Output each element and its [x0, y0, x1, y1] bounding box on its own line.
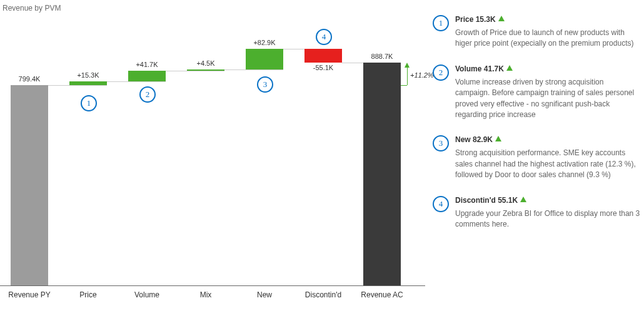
comment-head: Discontin'd 55.1K [455, 196, 518, 205]
comment-head: Price 15.3K [455, 15, 496, 24]
bar [246, 49, 283, 69]
comment-4: 4 Discontin'd 55.1K Upgrade your Zebra B… [433, 196, 640, 230]
comment-number: 4 [433, 196, 449, 212]
value-label: +15.3K [59, 71, 118, 79]
callout-3: 3 [257, 76, 273, 93]
value-label: 888.7K [353, 53, 411, 60]
up-arrow-icon [495, 136, 501, 141]
callout-2: 2 [139, 86, 156, 103]
value-label: +4.5K [176, 59, 235, 67]
category-label: Discontin'd [294, 290, 353, 299]
connector [48, 85, 107, 86]
bar [187, 69, 224, 71]
bar [69, 81, 107, 85]
value-label: -55.1K [294, 64, 353, 71]
category-label: Price [59, 290, 118, 299]
bar [304, 49, 342, 63]
category-label: Volume [118, 290, 176, 299]
connector [107, 81, 166, 82]
comment-2: 2 Volume 41.7K Volume increase driven by… [433, 64, 640, 121]
comment-3: 3 New 82.9K Strong acquisition performan… [433, 135, 640, 180]
up-arrow-icon [498, 16, 505, 21]
comment-body: Volume increase driven by strong acquisi… [455, 77, 640, 121]
category-label: Mix [176, 290, 235, 299]
plot-area: 799.4K +15.3K +41.7K +4.5K +82.9K -55.1K [0, 23, 425, 292]
value-label: 799.4K [0, 75, 59, 83]
pct-arrow-up-icon [405, 63, 410, 68]
value-label: +82.9K [235, 39, 294, 46]
pct-change-label: +11.2% [410, 71, 434, 79]
comment-head: Volume 41.7K [455, 64, 504, 73]
comment-number: 2 [433, 64, 449, 81]
up-arrow-icon [520, 197, 526, 202]
category-label: New [235, 290, 294, 299]
callout-1: 1 [81, 95, 97, 111]
pct-tick [401, 85, 407, 86]
category-label: Revenue AC [353, 290, 411, 299]
waterfall-chart: 799.4K +15.3K +41.7K +4.5K +82.9K -55.1K [0, 23, 425, 323]
comments-panel: 1 Price 15.3K Growth of Price due to lau… [433, 15, 640, 245]
comment-1: 1 Price 15.3K Growth of Price due to lau… [433, 15, 640, 49]
bar [11, 85, 48, 285]
category-label: Revenue PY [0, 290, 59, 299]
connector [224, 69, 283, 70]
comment-body: Growth of Price due to launch of new pro… [455, 28, 640, 49]
bar [363, 63, 401, 285]
connector [166, 71, 224, 71]
pct-line [407, 68, 408, 85]
up-arrow-icon [506, 65, 513, 71]
comment-number: 1 [433, 15, 449, 31]
chart-title: Revenue by PVM [3, 4, 61, 13]
comment-number: 3 [433, 135, 449, 151]
bar [128, 71, 166, 81]
callout-4: 4 [316, 29, 332, 45]
x-axis [0, 285, 425, 286]
comment-body: Strong acquisition performance. SME key … [455, 148, 640, 180]
value-label: +41.7K [118, 61, 176, 68]
comment-body: Upgrade your Zebra BI for Office to disp… [455, 208, 640, 230]
comment-head: New 82.9K [455, 135, 493, 144]
